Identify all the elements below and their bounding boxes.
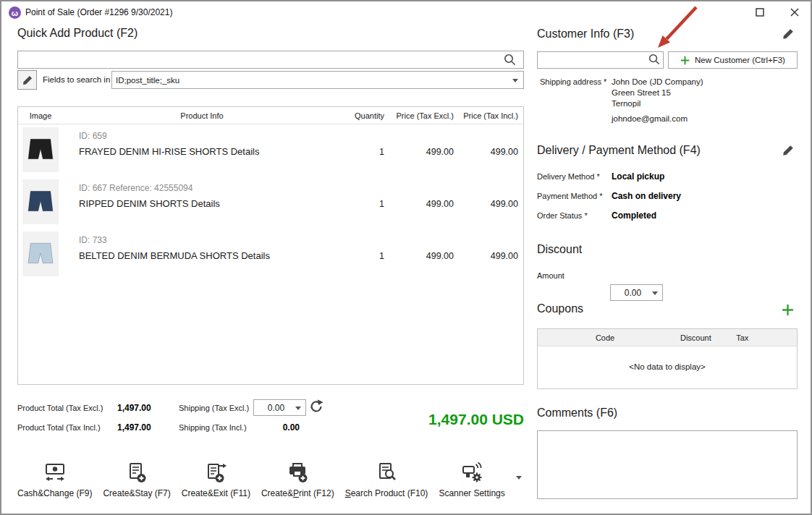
product-total-incl-value: 1,497.00 [117,422,151,433]
edit-search-fields-button[interactable] [17,70,37,90]
product-name: RIPPED DENIM SHORTS [79,198,188,209]
product-details-link[interactable]: Details [231,146,260,157]
product-total-excl-label: Product Total (Tax Excl.) [17,404,103,412]
coupons-table: Code Discount Tax <No data to display> [537,328,798,389]
discount-amount-dropdown[interactable]: 0.00 [610,284,663,301]
search-product-button[interactable]: Search Product (F10) [345,460,428,498]
document-search-icon [375,460,398,486]
refresh-shipping-button[interactable] [309,399,323,417]
action-toolbar: Cash&Change (F9) Create&Stay (F7) [17,460,524,498]
scanner-gear-icon [460,460,483,486]
quantity-value[interactable]: 1 [341,124,384,176]
grand-total: 1,497.00 USD [334,411,524,428]
coupons-title: Coupons [537,302,583,315]
add-coupon-button[interactable] [782,304,794,319]
payment-method-value: Cash on delivery [612,191,681,201]
delivery-method-value: Local pickup [612,171,664,182]
order-status-label: Order Status * [537,211,588,220]
customer-email: johndoe@gmail.com [612,114,688,123]
col-header-quantity: Quantity [341,111,384,120]
refresh-icon [309,399,323,414]
product-thumbnail [22,231,59,276]
delivery-payment-title: Delivery / Payment Method (F4) [537,144,701,157]
discount-amount-value: 0.00 [625,288,641,298]
button-label: Cash&Change (F9) [17,488,92,498]
product-id: ID: 733 [79,235,341,245]
table-row[interactable]: ID: 659 FRAYED DENIM HI-RISE SHORTS Deta… [18,124,523,176]
edit-delivery-button[interactable] [782,144,795,160]
product-name: FRAYED DENIM HI-RISE SHORTS [79,146,228,157]
product-details-link[interactable]: Details [241,250,270,261]
price-excl-value: 499.00 [384,229,454,281]
scanner-settings-button[interactable]: Scanner Settings [439,460,504,498]
customer-info-title: Customer Info (F3) [537,27,634,41]
shipping-address-value: John Doe (JD Company) Green Street 15 Te… [612,77,703,109]
cash-and-change-button[interactable]: Cash&Change (F9) [17,460,92,498]
chevron-down-icon [512,79,518,82]
product-total-incl-label: Product Total (Tax Incl.) [17,423,101,432]
product-name: BELTED DENIM BERMUDA SHORTS [79,250,239,261]
discount-title: Discount [537,243,582,256]
button-label: Create& [261,488,293,498]
cash-exchange-icon [43,460,67,486]
comments-textarea[interactable] [537,430,798,499]
col-header-price-excl: Price (Tax Excl.) [384,111,454,120]
coupon-col-discount: Discount [672,333,719,342]
discount-amount-label: Amount [537,271,564,280]
product-search-icon[interactable] [504,54,516,69]
shipping-excl-dropdown[interactable]: 0.00 [253,399,306,416]
delivery-method-label: Delivery Method * [537,172,600,181]
order-items-table: Image Product Info Quantity Price (Tax E… [17,106,524,385]
coupons-empty-message: <No data to display> [538,362,797,371]
create-and-print-button[interactable]: Create&Print (F12) [261,460,334,498]
new-customer-label: New Customer (Ctrl+F3) [695,56,785,64]
close-icon [790,8,799,17]
button-label: Create&Stay (F7) [103,488,170,498]
table-row[interactable]: ID: 667 Reference: 42555094 RIPPED DENIM… [18,176,523,229]
button-label: Create&Exit (F11) [182,488,250,498]
create-and-stay-button[interactable]: Create&Stay (F7) [103,460,170,498]
create-and-exit-button[interactable]: Create&Exit (F11) [182,460,250,498]
col-header-image: Image [18,111,63,120]
scanner-settings-menu-caret[interactable] [516,476,522,480]
order-status-value: Completed [612,210,656,221]
price-excl-value: 499.00 [384,124,454,176]
printer-plus-icon [286,460,309,486]
chevron-down-icon [295,407,301,410]
button-label: Scanner Settings [439,488,504,498]
customer-search-input[interactable] [537,51,664,69]
quick-add-title: Quick Add Product (F2) [17,27,138,40]
search-fields-dropdown[interactable]: ID;post_title;_sku [111,71,524,89]
maximize-button[interactable] [749,3,771,22]
coupon-col-tax: Tax [719,333,766,342]
product-thumbnail [22,127,59,172]
window-title: Point of Sale (Order #1296 9/30/2021) [25,7,172,17]
product-search-input[interactable] [17,51,524,69]
address-line: John Doe (JD Company) [612,77,703,88]
quantity-value[interactable]: 1 [341,229,384,281]
edit-customer-button[interactable] [782,27,795,43]
pos-window: ω Point of Sale (Order #1296 9/30/2021) … [0,0,812,515]
address-line: Green Street 15 [612,88,703,98]
product-thumbnail [22,179,59,224]
col-header-price-incl: Price (Tax Incl.) [454,111,523,120]
col-header-product-info: Product Info [63,111,341,120]
price-incl-value: 499.00 [454,229,523,281]
product-id: ID: 659 [79,131,341,141]
table-row[interactable]: ID: 733 BELTED DENIM BERMUDA SHORTS Deta… [18,229,523,281]
new-customer-button[interactable]: New Customer (Ctrl+F3) [668,51,798,69]
quantity-value[interactable]: 1 [341,176,384,229]
address-line: Ternopil [612,98,703,109]
price-incl-value: 499.00 [454,176,523,229]
product-details-link[interactable]: Details [191,198,220,209]
close-button[interactable] [784,3,805,22]
shipping-incl-value: 0.00 [253,422,300,433]
document-plus-icon [125,460,148,486]
product-id: ID: 667 Reference: 42555094 [79,183,341,193]
customer-search-icon[interactable] [648,54,660,68]
maximize-icon [756,8,764,17]
comments-title: Comments (F6) [537,407,617,420]
fields-to-search-label: Fields to search in [43,75,110,84]
search-fields-value: ID;post_title;_sku [116,76,179,85]
plus-icon [680,56,690,65]
